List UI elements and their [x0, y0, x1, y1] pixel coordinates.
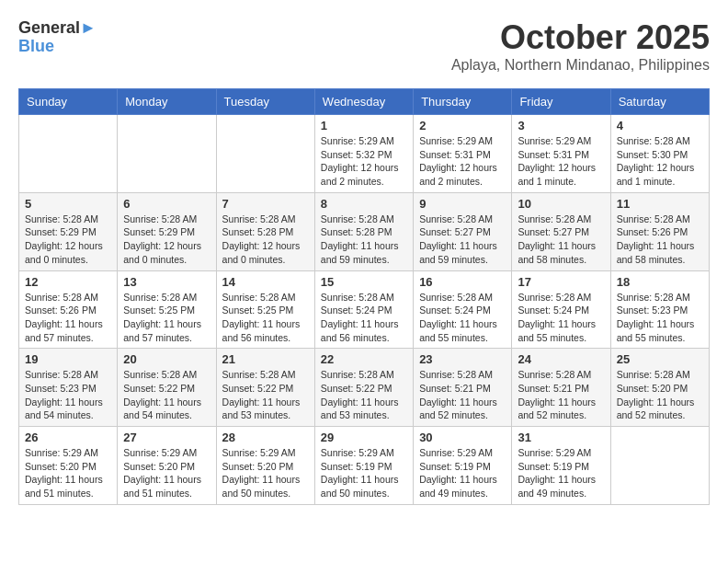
day-number: 12 — [25, 275, 111, 289]
day-info: Sunrise: 5:29 AM Sunset: 5:19 PM Dayligh… — [321, 446, 407, 500]
calendar-cell: 13Sunrise: 5:28 AM Sunset: 5:25 PM Dayli… — [118, 270, 216, 349]
day-number: 31 — [518, 431, 604, 444]
calendar-week-row: 26Sunrise: 5:29 AM Sunset: 5:20 PM Dayli… — [19, 427, 710, 505]
calendar-cell: 8Sunrise: 5:28 AM Sunset: 5:28 PM Daylig… — [314, 192, 413, 270]
weekday-header-monday: Monday — [118, 89, 216, 115]
calendar-cell: 11Sunrise: 5:28 AM Sunset: 5:26 PM Dayli… — [610, 192, 709, 270]
day-number: 4 — [617, 119, 703, 132]
day-info: Sunrise: 5:29 AM Sunset: 5:19 PM Dayligh… — [518, 446, 604, 500]
day-number: 27 — [123, 431, 210, 444]
logo-text: General► — [18, 18, 97, 39]
day-number: 24 — [518, 352, 604, 366]
day-number: 18 — [617, 275, 703, 289]
calendar-cell: 30Sunrise: 5:29 AM Sunset: 5:19 PM Dayli… — [414, 427, 512, 505]
day-info: Sunrise: 5:28 AM Sunset: 5:23 PM Dayligh… — [25, 368, 111, 422]
day-info: Sunrise: 5:28 AM Sunset: 5:21 PM Dayligh… — [518, 368, 604, 422]
calendar-cell: 23Sunrise: 5:28 AM Sunset: 5:21 PM Dayli… — [414, 349, 512, 427]
day-info: Sunrise: 5:28 AM Sunset: 5:22 PM Dayligh… — [321, 368, 407, 422]
calendar-cell: 22Sunrise: 5:28 AM Sunset: 5:22 PM Dayli… — [314, 349, 413, 427]
calendar-cell: 7Sunrise: 5:28 AM Sunset: 5:28 PM Daylig… — [216, 192, 314, 270]
calendar-cell: 5Sunrise: 5:28 AM Sunset: 5:29 PM Daylig… — [19, 192, 118, 270]
day-info: Sunrise: 5:28 AM Sunset: 5:29 PM Dayligh… — [123, 213, 210, 267]
day-info: Sunrise: 5:29 AM Sunset: 5:32 PM Dayligh… — [321, 134, 407, 189]
day-number: 30 — [419, 431, 506, 444]
day-number: 26 — [25, 431, 111, 444]
calendar-cell: 6Sunrise: 5:28 AM Sunset: 5:29 PM Daylig… — [118, 192, 216, 270]
calendar-cell: 10Sunrise: 5:28 AM Sunset: 5:27 PM Dayli… — [512, 192, 610, 270]
day-number: 29 — [321, 431, 407, 444]
day-info: Sunrise: 5:29 AM Sunset: 5:20 PM Dayligh… — [222, 446, 309, 500]
calendar-cell: 1Sunrise: 5:29 AM Sunset: 5:32 PM Daylig… — [314, 115, 413, 193]
day-number: 25 — [617, 352, 703, 366]
day-number: 21 — [222, 352, 309, 366]
calendar-header-row: SundayMondayTuesdayWednesdayThursdayFrid… — [19, 89, 710, 115]
day-info: Sunrise: 5:28 AM Sunset: 5:24 PM Dayligh… — [518, 291, 604, 345]
weekday-header-tuesday: Tuesday — [216, 89, 314, 115]
day-number: 28 — [222, 431, 309, 444]
calendar-cell — [216, 115, 314, 193]
day-number: 3 — [518, 119, 604, 132]
day-info: Sunrise: 5:28 AM Sunset: 5:28 PM Dayligh… — [321, 213, 407, 267]
calendar-week-row: 19Sunrise: 5:28 AM Sunset: 5:23 PM Dayli… — [19, 349, 710, 427]
day-number: 9 — [419, 197, 506, 211]
calendar-cell: 3Sunrise: 5:29 AM Sunset: 5:31 PM Daylig… — [512, 115, 610, 193]
calendar-cell: 25Sunrise: 5:28 AM Sunset: 5:20 PM Dayli… — [610, 349, 709, 427]
day-number: 19 — [25, 352, 111, 366]
day-info: Sunrise: 5:28 AM Sunset: 5:25 PM Dayligh… — [123, 291, 210, 345]
calendar-week-row: 1Sunrise: 5:29 AM Sunset: 5:32 PM Daylig… — [19, 115, 710, 193]
day-number: 23 — [419, 352, 506, 366]
day-info: Sunrise: 5:29 AM Sunset: 5:31 PM Dayligh… — [518, 134, 604, 189]
calendar-cell: 31Sunrise: 5:29 AM Sunset: 5:19 PM Dayli… — [512, 427, 610, 505]
calendar-cell: 27Sunrise: 5:29 AM Sunset: 5:20 PM Dayli… — [118, 427, 216, 505]
day-info: Sunrise: 5:29 AM Sunset: 5:19 PM Dayligh… — [419, 446, 506, 500]
day-number: 6 — [123, 197, 210, 211]
weekday-header-sunday: Sunday — [19, 89, 118, 115]
calendar-cell: 12Sunrise: 5:28 AM Sunset: 5:26 PM Dayli… — [19, 270, 118, 349]
day-info: Sunrise: 5:28 AM Sunset: 5:27 PM Dayligh… — [518, 213, 604, 267]
day-info: Sunrise: 5:28 AM Sunset: 5:24 PM Dayligh… — [321, 291, 407, 345]
day-number: 20 — [123, 352, 210, 366]
day-info: Sunrise: 5:28 AM Sunset: 5:26 PM Dayligh… — [25, 291, 111, 345]
calendar-cell: 2Sunrise: 5:29 AM Sunset: 5:31 PM Daylig… — [414, 115, 512, 193]
calendar-week-row: 12Sunrise: 5:28 AM Sunset: 5:26 PM Dayli… — [19, 270, 710, 349]
calendar-cell — [19, 115, 118, 193]
day-info: Sunrise: 5:28 AM Sunset: 5:30 PM Dayligh… — [617, 134, 703, 189]
day-number: 16 — [419, 275, 506, 289]
month-title: October 2025 — [451, 18, 710, 57]
logo: General► Blue — [18, 18, 97, 56]
calendar-cell: 18Sunrise: 5:28 AM Sunset: 5:23 PM Dayli… — [610, 270, 709, 349]
calendar-cell: 14Sunrise: 5:28 AM Sunset: 5:25 PM Dayli… — [216, 270, 314, 349]
day-info: Sunrise: 5:28 AM Sunset: 5:29 PM Dayligh… — [25, 213, 111, 267]
day-info: Sunrise: 5:28 AM Sunset: 5:27 PM Dayligh… — [419, 213, 506, 267]
calendar-cell: 26Sunrise: 5:29 AM Sunset: 5:20 PM Dayli… — [19, 427, 118, 505]
title-block: October 2025 Aplaya, Northern Mindanao, … — [451, 18, 710, 74]
calendar-cell: 21Sunrise: 5:28 AM Sunset: 5:22 PM Dayli… — [216, 349, 314, 427]
day-number: 8 — [321, 197, 407, 211]
day-info: Sunrise: 5:28 AM Sunset: 5:25 PM Dayligh… — [222, 291, 309, 345]
day-info: Sunrise: 5:29 AM Sunset: 5:20 PM Dayligh… — [25, 446, 111, 500]
calendar-cell: 16Sunrise: 5:28 AM Sunset: 5:24 PM Dayli… — [414, 270, 512, 349]
location-title: Aplaya, Northern Mindanao, Philippines — [451, 57, 710, 74]
calendar-week-row: 5Sunrise: 5:28 AM Sunset: 5:29 PM Daylig… — [19, 192, 710, 270]
page-header: General► Blue October 2025 Aplaya, North… — [18, 18, 710, 74]
day-number: 2 — [419, 119, 506, 132]
weekday-header-saturday: Saturday — [610, 89, 709, 115]
calendar-cell — [118, 115, 216, 193]
calendar-cell: 28Sunrise: 5:29 AM Sunset: 5:20 PM Dayli… — [216, 427, 314, 505]
day-number: 5 — [25, 197, 111, 211]
day-number: 17 — [518, 275, 604, 289]
weekday-header-friday: Friday — [512, 89, 610, 115]
day-info: Sunrise: 5:28 AM Sunset: 5:28 PM Dayligh… — [222, 213, 309, 267]
calendar-cell: 24Sunrise: 5:28 AM Sunset: 5:21 PM Dayli… — [512, 349, 610, 427]
day-info: Sunrise: 5:28 AM Sunset: 5:22 PM Dayligh… — [123, 368, 210, 422]
day-info: Sunrise: 5:28 AM Sunset: 5:26 PM Dayligh… — [617, 213, 703, 267]
day-info: Sunrise: 5:28 AM Sunset: 5:22 PM Dayligh… — [222, 368, 309, 422]
day-info: Sunrise: 5:29 AM Sunset: 5:31 PM Dayligh… — [419, 134, 506, 189]
day-number: 1 — [321, 119, 407, 132]
day-info: Sunrise: 5:28 AM Sunset: 5:24 PM Dayligh… — [419, 291, 506, 345]
weekday-header-thursday: Thursday — [414, 89, 512, 115]
calendar-cell — [610, 427, 709, 505]
calendar-cell: 17Sunrise: 5:28 AM Sunset: 5:24 PM Dayli… — [512, 270, 610, 349]
calendar-table: SundayMondayTuesdayWednesdayThursdayFrid… — [18, 88, 710, 505]
calendar-cell: 4Sunrise: 5:28 AM Sunset: 5:30 PM Daylig… — [610, 115, 709, 193]
